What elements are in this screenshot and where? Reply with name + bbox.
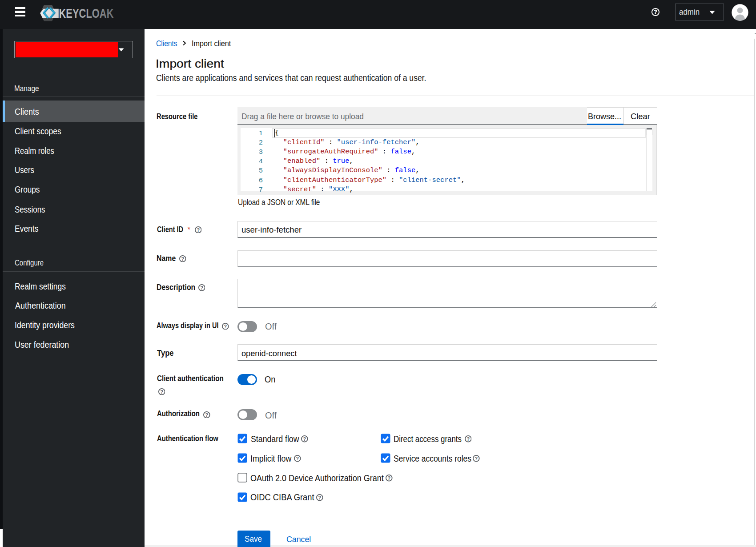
svg-text:?: ? [296,456,299,461]
svg-text:?: ? [160,389,163,394]
svg-text:?: ? [387,475,390,481]
svg-text:?: ? [654,9,657,15]
svg-text:?: ? [200,285,203,290]
svg-text:KEYCLOAK: KEYCLOAK [59,6,114,20]
svg-text:?: ? [224,324,227,329]
svg-text:?: ? [205,412,208,418]
svg-text:?: ? [197,227,200,233]
svg-text:?: ? [181,256,184,261]
svg-text:?: ? [466,436,470,442]
svg-text:?: ? [303,436,306,442]
svg-text:?: ? [318,495,321,500]
svg-text:?: ? [475,456,478,461]
